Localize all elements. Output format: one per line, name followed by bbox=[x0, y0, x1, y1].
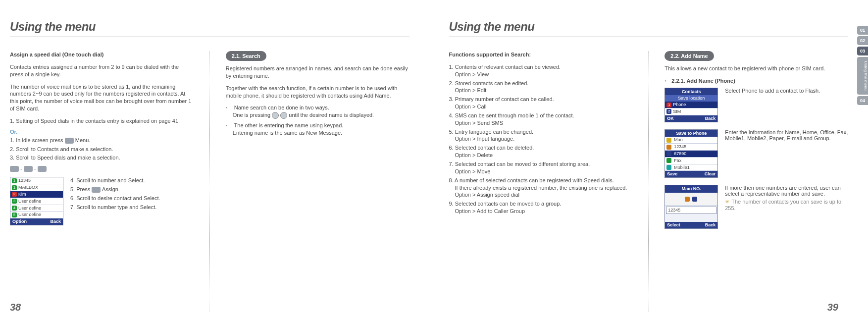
right-columns: Functions supported in Search: 1. Conten… bbox=[449, 51, 849, 312]
column-divider bbox=[648, 51, 649, 312]
screenshot-row: 112345 1MAILBOX 2Kim 3User define 4User … bbox=[10, 177, 194, 225]
office-icon bbox=[666, 151, 671, 156]
func-8: 8. A number of selected contacts can be … bbox=[449, 177, 633, 199]
nav-up-icon bbox=[272, 112, 279, 119]
shot-row-2: 1MAILBOX bbox=[10, 184, 63, 191]
shot3-icon-row bbox=[665, 193, 717, 206]
side-tabs: 01 02 03 Using the menu 04 bbox=[857, 26, 868, 105]
col-add-name: 2.2. Add Name This allows a new contact … bbox=[664, 51, 848, 312]
shot3-text-block: If more then one numbers are entered, us… bbox=[725, 185, 848, 211]
shot3-row: Main NO. 12345 SelectBack If more then o… bbox=[664, 185, 848, 228]
shot-side-steps: 4. Scroll to number and Select. 5. Press… bbox=[70, 177, 194, 215]
page-title: Using the menu bbox=[10, 20, 409, 34]
shot-softkeys: Option Back bbox=[10, 218, 63, 225]
bullet-1: Name search can be done in two ways. One… bbox=[226, 104, 409, 119]
search-p1: Registered numbers are arranged in names… bbox=[226, 65, 409, 80]
functions-list: 1. Contents of relevant contact can be v… bbox=[449, 63, 633, 215]
functions-heading: Functions supported in Search: bbox=[449, 51, 633, 58]
phone-screenshot-savetophone: Save to Phone Man 12345 67890 Fax Mobile… bbox=[664, 129, 718, 178]
col-speed-dial: Assign a speed dial (One touch dial) Con… bbox=[10, 51, 194, 312]
key-sequence: - - bbox=[10, 165, 194, 172]
speed-dial-p2: The number of voice mail box is to be st… bbox=[10, 83, 194, 112]
search-bullets: Name search can be done in two ways. One… bbox=[226, 104, 409, 137]
col-search: 2.1. Search Registered numbers are arran… bbox=[226, 51, 409, 312]
shot2-text: Enter the information for Name, Home, Of… bbox=[725, 129, 848, 141]
shot1-softkeys: OKBack bbox=[665, 115, 717, 122]
speed-dial-alt-steps: 1. In idle screen press Menu. 2. Scroll … bbox=[10, 137, 194, 162]
phone-screenshot-savelocation: Contacts Save location 1Phone 2SIM OKBac… bbox=[664, 88, 718, 122]
shot-row-1: 112345 bbox=[10, 177, 63, 184]
shot1-row: Contacts Save location 1Phone 2SIM OKBac… bbox=[664, 88, 848, 122]
page-left: Using the menu Assign a speed dial (One … bbox=[0, 0, 429, 322]
step-6: 6. Scroll to desire contact and Select. bbox=[70, 195, 194, 202]
func-4: 4. SMS can be sent through mobile 1 of t… bbox=[449, 112, 633, 127]
page-number-right: 39 bbox=[827, 302, 838, 313]
alt-step-2: 2. Scroll to Contacts and make a selecti… bbox=[10, 146, 194, 153]
side-tab-02[interactable]: 02 bbox=[857, 36, 868, 45]
func-5: 5. Entry language can be changed.Option … bbox=[449, 128, 633, 143]
phone-screenshot-mainno: Main NO. 12345 SelectBack bbox=[664, 185, 718, 228]
name-icon bbox=[666, 138, 671, 143]
side-tab-03[interactable]: 03 bbox=[857, 47, 868, 55]
nav-down-icon bbox=[280, 112, 287, 119]
shot-row-3: 2Kim bbox=[10, 191, 63, 198]
side-tab-label: Using the menu bbox=[857, 57, 868, 95]
add-name-intro: This allows a new contact to be register… bbox=[664, 65, 848, 72]
shot3-number: 12345 bbox=[666, 207, 716, 214]
title-rule bbox=[10, 37, 409, 37]
left-columns: Assign a speed dial (One touch dial) Con… bbox=[10, 51, 409, 312]
func-3: 3. Primary number of contact can be call… bbox=[449, 96, 633, 110]
fax-icon bbox=[666, 158, 671, 163]
alt-step-3: 3. Scroll to Speed dials and make a sele… bbox=[10, 154, 194, 161]
bullet-1-sub: One is pressing until the desired name i… bbox=[226, 111, 409, 119]
shot3-note: The number of contacts you can save is u… bbox=[725, 199, 848, 211]
page-title: Using the menu bbox=[449, 20, 849, 34]
softkey-icon bbox=[10, 166, 19, 172]
shot1-row-phone: 1Phone bbox=[665, 102, 717, 108]
alt-step-1: 1. In idle screen press Menu. bbox=[10, 137, 194, 144]
func-9: 9. Selected contacts can be moved to a g… bbox=[449, 200, 633, 215]
bullet-2-sub: Entering name is the same as New Message… bbox=[226, 129, 409, 137]
shot1-text: Select Phone to add a contact to Flash. bbox=[725, 88, 848, 94]
func-2: 2. Stored contacts can be edited.Option … bbox=[449, 80, 633, 95]
side-tab-01[interactable]: 01 bbox=[857, 26, 868, 35]
shot-row-4: 3User define bbox=[10, 198, 63, 205]
shot-row-6: 5User define bbox=[10, 212, 63, 218]
shot2-row: Save to Phone Man 12345 67890 Fax Mobile… bbox=[664, 129, 848, 178]
bullet-2: The other is entering the name using key… bbox=[226, 122, 409, 137]
key-4-icon bbox=[38, 166, 47, 172]
page-number-left: 38 bbox=[10, 302, 21, 313]
or-label: Or. bbox=[10, 129, 194, 135]
shot-row-5: 4User define bbox=[10, 205, 63, 212]
mobile-icon bbox=[666, 165, 671, 170]
title-rule bbox=[449, 37, 849, 37]
step-5: 5. Press Assign. bbox=[70, 186, 194, 193]
shot1-row-sim: 2SIM bbox=[665, 108, 717, 115]
phone-screenshot-speeddial: 112345 1MAILBOX 2Kim 3User define 4User … bbox=[10, 177, 63, 225]
search-header: 2.1. Search bbox=[226, 51, 266, 61]
softkey-icon bbox=[92, 187, 101, 193]
col-functions: Functions supported in Search: 1. Conten… bbox=[449, 51, 633, 312]
func-7: 7. Selected contact can be moved to diff… bbox=[449, 161, 633, 175]
office-small-icon bbox=[692, 197, 697, 202]
add-name-subheading: 2.2.1. Add Name (Phone) bbox=[664, 77, 848, 85]
home-icon bbox=[666, 145, 671, 150]
shot3-softkeys: SelectBack bbox=[665, 222, 717, 228]
key-2-icon bbox=[24, 166, 33, 172]
softkey-icon bbox=[65, 138, 74, 144]
search-p2: Together with the search function, if a … bbox=[226, 85, 409, 100]
shot3-text: If more then one numbers are entered, us… bbox=[725, 185, 848, 197]
add-name-sub-bullet: 2.2.1. Add Name (Phone) bbox=[664, 77, 848, 85]
func-6: 6. Selected contact can be deleted.Optio… bbox=[449, 144, 633, 159]
speed-dial-p1: Contacts entries assigned a number from … bbox=[10, 63, 194, 78]
page-right: Using the menu Functions supported in Se… bbox=[429, 0, 868, 322]
add-name-header: 2.2. Add Name bbox=[664, 51, 714, 61]
shot2-softkeys: SaveClear bbox=[665, 171, 717, 177]
side-tab-04[interactable]: 04 bbox=[857, 96, 868, 105]
speed-dial-step1: 1. Setting of Speed dials in the contact… bbox=[10, 117, 194, 125]
home-small-icon bbox=[685, 197, 690, 202]
speed-dial-step1-list: 1. Setting of Speed dials in the contact… bbox=[10, 117, 194, 125]
speed-dial-heading: Assign a speed dial (One touch dial) bbox=[10, 51, 194, 58]
step-7: 7. Scroll to number type and Select. bbox=[70, 204, 194, 211]
column-divider bbox=[209, 51, 210, 312]
